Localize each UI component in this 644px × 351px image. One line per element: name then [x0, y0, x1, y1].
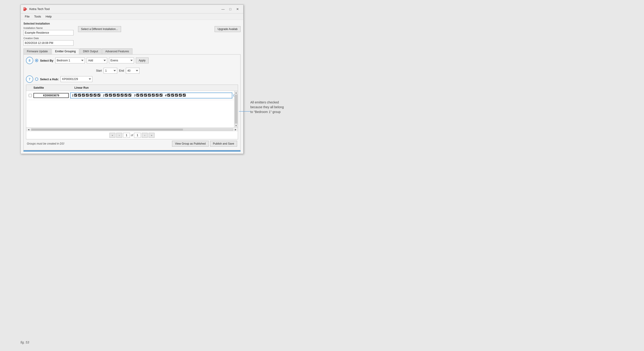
emitter-annotation: All emitters checkedbecause they all bel…	[250, 100, 284, 114]
emitter-2-5[interactable]	[120, 94, 124, 97]
svg-marker-1	[24, 7, 25, 9]
emitter-3-2[interactable]	[140, 94, 144, 97]
tab-bar: Firmware Update Emitter Grouping DMX Out…	[24, 48, 240, 54]
emitter-1-1[interactable]	[74, 94, 78, 97]
emitter-3-7[interactable]	[160, 94, 163, 97]
last-page-button[interactable]: »	[148, 133, 154, 138]
selected-installation-label: Selected Installation	[24, 22, 74, 25]
emitter-2-1[interactable]	[105, 94, 109, 97]
close-button[interactable]: ✕	[234, 6, 241, 12]
select-by-radio[interactable]	[35, 59, 38, 62]
emitter-4-5[interactable]	[183, 94, 186, 97]
scroll-down-arrow[interactable]: ▼	[234, 124, 238, 127]
app-icon	[23, 7, 28, 11]
view-group-published-button[interactable]: View Group as Published	[172, 141, 209, 147]
window-title: Ketra Tech Tool	[29, 7, 220, 11]
emitter-2-7[interactable]	[128, 94, 132, 97]
emitter-3-3[interactable]	[144, 94, 148, 97]
title-bar: Ketra Tech Tool — □ ✕	[21, 5, 243, 13]
step-badge-7: 7	[26, 75, 33, 83]
emitter-1-5[interactable]	[90, 94, 93, 97]
row-select-checkbox[interactable]	[29, 94, 32, 97]
emitter-1-6[interactable]	[94, 94, 97, 97]
emitter-3-6[interactable]	[156, 94, 159, 97]
tab-dmx-output[interactable]: DMX Output	[80, 48, 102, 54]
current-page-input[interactable]	[123, 133, 130, 138]
emitter-table: Satellite Linear Run KD00003679	[26, 85, 238, 139]
scroll-left-arrow[interactable]: ◀	[26, 128, 30, 131]
vertical-scrollbar[interactable]: ▲ ▼	[234, 91, 238, 127]
table-row: KD00003679 1	[26, 91, 238, 100]
scroll-h-thumb	[32, 129, 183, 130]
groups-note: Groups must be created in DS!	[27, 142, 64, 145]
group-num-2: 2	[103, 94, 104, 97]
tab-content-emitter-grouping: 8 Select By Bedroom 1 Bedroom 2 Living R…	[24, 54, 240, 150]
end-label: End	[119, 69, 124, 72]
installation-info: Selected Installation Installation Name …	[24, 22, 74, 47]
menu-bar: File Tools Help	[21, 13, 243, 20]
emitter-4-2[interactable]	[171, 94, 175, 97]
group-num-1: 1	[72, 94, 74, 97]
window-bottom-border	[24, 150, 240, 151]
figure-label: fig. 53	[20, 341, 29, 344]
emitter-2-3[interactable]	[113, 94, 116, 97]
apply-button[interactable]: Apply	[136, 57, 148, 63]
tab-emitter-grouping[interactable]: Emitter Grouping	[52, 48, 79, 54]
next-page-button[interactable]: ›	[142, 133, 148, 138]
scroll-right-arrow[interactable]: ▶	[234, 128, 237, 131]
emitter-1-2[interactable]	[78, 94, 82, 97]
footer-buttons: View Group as Published Publish and Save	[172, 141, 237, 147]
emitter-2-6[interactable]	[124, 94, 128, 97]
hub-radio[interactable]	[35, 77, 38, 81]
emitter-1-4[interactable]	[86, 94, 90, 97]
creation-date-label: Creation Date	[24, 37, 74, 39]
app-window: Ketra Tech Tool — □ ✕ File Tools Help Se…	[20, 4, 244, 154]
emitter-3-1[interactable]	[136, 94, 140, 97]
select-by-label: Select By	[40, 59, 54, 62]
row-checkbox[interactable]	[28, 94, 32, 97]
linear-group-4: 4	[165, 94, 186, 97]
publish-save-button[interactable]: Publish and Save	[210, 141, 237, 147]
upgrade-button[interactable]: Upgrade Availab	[214, 26, 240, 32]
start-label: Start	[96, 69, 102, 72]
maximize-button[interactable]: □	[227, 6, 234, 12]
hub-select[interactable]: KP00001229 KP00001230	[60, 76, 92, 82]
bedroom-select[interactable]: Bedroom 1 Bedroom 2 Living Room	[55, 57, 85, 63]
installation-name-input[interactable]	[24, 30, 74, 35]
emitter-1-3[interactable]	[82, 94, 86, 97]
total-pages-input	[134, 133, 141, 138]
linear-group-3: 3	[134, 94, 163, 97]
menu-tools[interactable]: Tools	[32, 14, 43, 19]
main-content: Selected Installation Installation Name …	[21, 20, 243, 154]
menu-help[interactable]: Help	[43, 14, 54, 19]
end-select[interactable]: 402010	[126, 68, 140, 74]
select-installation-button[interactable]: Select a Different Installation...	[78, 26, 121, 32]
installation-actions: Select a Different Installation...	[78, 26, 121, 32]
emitter-2-4[interactable]	[117, 94, 120, 97]
first-page-button[interactable]: «	[110, 133, 115, 138]
window-controls: — □ ✕	[220, 6, 241, 12]
emitter-4-3[interactable]	[175, 94, 179, 97]
table-header: Satellite Linear Run	[26, 85, 238, 91]
scroll-h-track	[31, 128, 233, 131]
evens-select[interactable]: Evens Odds All	[109, 57, 134, 63]
emitter-4-4[interactable]	[179, 94, 182, 97]
horizontal-scrollbar[interactable]: ◀ ▶	[26, 127, 238, 131]
emitter-3-4[interactable]	[148, 94, 152, 97]
tab-advanced-features[interactable]: Advanced Features	[102, 48, 132, 54]
scroll-up-arrow[interactable]: ▲	[234, 91, 238, 95]
emitter-2-2[interactable]	[109, 94, 113, 97]
prev-page-button[interactable]: ‹	[116, 133, 122, 138]
action-select[interactable]: Add Remove Replace	[87, 57, 107, 63]
menu-file[interactable]: File	[22, 14, 32, 19]
hub-label: Select a Hub:	[40, 77, 59, 81]
emitter-1-7[interactable]	[98, 94, 101, 97]
emitter-3-5[interactable]	[152, 94, 156, 97]
tab-firmware-update[interactable]: Firmware Update	[24, 48, 51, 54]
linear-run-cells: 1 2	[70, 92, 232, 98]
start-select[interactable]: 123	[104, 68, 117, 74]
minimize-button[interactable]: —	[220, 6, 226, 12]
col-linear-run: Linear Run	[74, 86, 90, 90]
creation-date-input[interactable]	[24, 40, 74, 46]
emitter-4-1[interactable]	[167, 94, 171, 97]
